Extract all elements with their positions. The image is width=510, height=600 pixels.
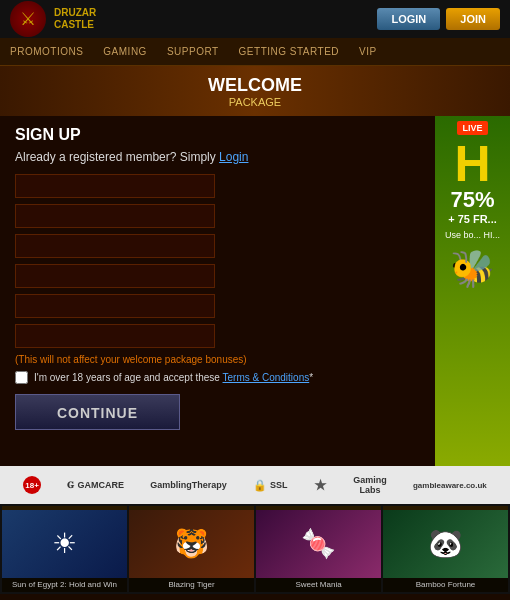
game-card-1[interactable]: ☀ Sun of Egypt 2: Hold and Win	[2, 506, 127, 592]
signup-field-4[interactable]	[15, 264, 215, 288]
game-emoji-1: ☀	[52, 527, 77, 560]
signup-field-1[interactable]	[15, 174, 215, 198]
live-use-text: Use bo... HI...	[445, 230, 500, 240]
signup-panel: SIGN UP Already a registered member? Sim…	[0, 116, 435, 466]
game-emoji-2: 🐯	[174, 527, 209, 560]
signup-title: SIGN UP	[15, 126, 420, 144]
game-thumb-2: 🐯	[129, 510, 254, 578]
terms-link[interactable]: Terms & Conditions	[223, 372, 310, 383]
continue-button[interactable]: CONTINUE	[15, 394, 180, 430]
star-icon: ★	[314, 477, 327, 493]
login-link[interactable]: Login	[219, 150, 248, 164]
game-thumb-1: ☀	[2, 510, 127, 578]
trust-item-gambling-therapy: GamblingTherapy	[150, 480, 227, 490]
trust-item-ssl: 🔒 SSL	[253, 479, 288, 492]
banner-area: WELCOME PACKAGE	[0, 66, 510, 116]
main-content: SIGN UP Already a registered member? Sim…	[0, 116, 510, 466]
game-card-2[interactable]: 🐯 Blazing Tiger	[129, 506, 254, 592]
trust-item-star: ★	[314, 477, 327, 493]
gambling-therapy-icon: GamblingTherapy	[150, 480, 227, 490]
gamcare-icon: 𝐆	[67, 480, 74, 491]
trust-item-gamcare: 𝐆 GAMCARE	[67, 480, 124, 491]
signup-field-6[interactable]	[15, 324, 215, 348]
nav-item-gaming[interactable]: GAMING	[103, 46, 147, 57]
ssl-icon: 🔒	[253, 479, 267, 492]
game-card-3[interactable]: 🍬 Sweet Mania	[256, 506, 381, 592]
terms-row: I'm over 18 years of age and accept thes…	[15, 371, 420, 384]
nav-bar: PROMOTIONS GAMING SUPPORT GETTING STARTE…	[0, 38, 510, 66]
bonus-note: (This will not affect your welcome packa…	[15, 354, 420, 365]
gaming-labs-icon: GamingLabs	[353, 475, 387, 495]
signup-field-5[interactable]	[15, 294, 215, 318]
game-emoji-3: 🍬	[301, 527, 336, 560]
terms-checkbox[interactable]	[15, 371, 28, 384]
trust-item-gaming-labs: GamingLabs	[353, 475, 387, 495]
trust-item-age: 18+	[23, 476, 41, 494]
live-plus-text: + 75 FR...	[448, 213, 497, 225]
nav-item-getting-started[interactable]: GETTING STARTED	[239, 46, 339, 57]
game-emoji-4: 🐼	[428, 527, 463, 560]
signup-field-3[interactable]	[15, 234, 215, 258]
game-thumb-4: 🐼	[383, 510, 508, 578]
trust-item-gambleaware: gambleaware.co.uk	[413, 481, 487, 490]
logo-text: DRUZAR CASTLE	[54, 7, 96, 31]
top-bar: ⚔ DRUZAR CASTLE LOGIN JOIN	[0, 0, 510, 38]
game-name-3: Sweet Mania	[256, 578, 381, 592]
live-badge: LIVE	[457, 121, 487, 135]
live-percent: 75%	[450, 189, 494, 211]
top-buttons: LOGIN JOIN	[377, 8, 500, 30]
banner-subtitle: PACKAGE	[208, 96, 302, 108]
banner-title: WELCOME	[208, 75, 302, 96]
signup-field-2[interactable]	[15, 204, 215, 228]
nav-item-promotions[interactable]: PROMOTIONS	[10, 46, 83, 57]
games-row: ☀ Sun of Egypt 2: Hold and Win 🐯 Blazing…	[0, 504, 510, 594]
login-button[interactable]: LOGIN	[377, 8, 440, 30]
gambleaware-icon: gambleaware.co.uk	[413, 481, 487, 490]
game-card-4[interactable]: 🐼 Bamboo Fortune	[383, 506, 508, 592]
game-name-1: Sun of Egypt 2: Hold and Win	[2, 578, 127, 592]
live-panel: LIVE H 75% + 75 FR... Use bo... HI... 🐝	[435, 116, 510, 466]
age-icon: 18+	[23, 476, 41, 494]
live-letter: H	[454, 139, 490, 189]
game-name-2: Blazing Tiger	[129, 578, 254, 592]
logo-area: ⚔ DRUZAR CASTLE	[10, 1, 96, 37]
nav-item-support[interactable]: SUPPORT	[167, 46, 219, 57]
nav-item-vip[interactable]: VIP	[359, 46, 377, 57]
bee-icon: 🐝	[450, 248, 495, 290]
trust-bar: 18+ 𝐆 GAMCARE GamblingTherapy 🔒 SSL ★ Ga…	[0, 466, 510, 504]
game-name-4: Bamboo Fortune	[383, 578, 508, 592]
terms-label: I'm over 18 years of age and accept thes…	[34, 372, 313, 383]
join-button[interactable]: JOIN	[446, 8, 500, 30]
signup-subtitle: Already a registered member? Simply Logi…	[15, 150, 420, 164]
game-thumb-3: 🍬	[256, 510, 381, 578]
logo-icon: ⚔	[10, 1, 46, 37]
